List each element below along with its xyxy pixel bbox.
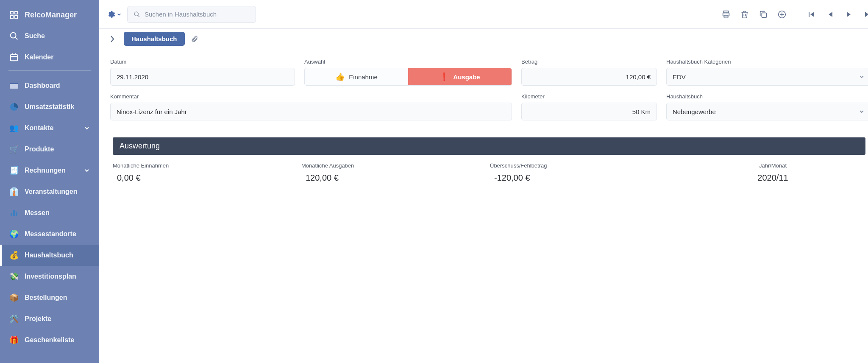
select-haushaltsbuch[interactable]: Nebengewerbe [666, 103, 868, 120]
prev-record-button[interactable] [825, 9, 836, 20]
eval-label: Überschuss/Fehlbetrag [490, 162, 547, 169]
print-button[interactable] [721, 9, 732, 20]
sidebar-item-rechnungen[interactable]: 🧾 Rechnungen [0, 160, 99, 181]
sidebar-item-geschenkeliste[interactable]: 🎁 Geschenkeliste [0, 329, 99, 351]
attachment-button[interactable] [191, 35, 198, 43]
field-betrag: Betrag 120,00 € [521, 59, 657, 86]
dashboard-icon [9, 81, 19, 90]
input-kilometer[interactable]: 50 Km [521, 103, 657, 120]
sidebar-item-label: Dashboard [25, 82, 60, 89]
eval-ueberschuss: Überschuss/Fehlbetrag -120,00 € [490, 162, 679, 183]
sidebar-item-label: Bestellungen [25, 294, 67, 302]
tools-icon: 🛠️ [9, 314, 19, 324]
label-haushaltsbuch: Haushaltsbuch [666, 93, 868, 100]
chevron-down-icon [84, 125, 90, 131]
search-input[interactable] [145, 11, 250, 18]
sidebar-item-veranstaltungen[interactable]: 👔 Veranstaltungen [0, 181, 99, 202]
svg-rect-2 [11, 16, 13, 18]
sidebar-item-dashboard[interactable]: Dashboard [0, 75, 99, 96]
sidebar-item-investitionsplan[interactable]: 💸 Investitionsplan [0, 266, 99, 287]
sidebar-item-label: Messestandorte [25, 230, 76, 238]
events-icon: 👔 [9, 187, 19, 196]
eval-value: 0,00 € [113, 173, 141, 183]
eval-einnahmen: Monatliche Einnahmen 0,00 € [113, 162, 301, 183]
svg-marker-26 [810, 12, 814, 17]
globe-icon: 🌍 [9, 229, 19, 239]
sidebar: ReicoManager Suche Kalender Dashboard [0, 0, 99, 363]
input-kommentar[interactable]: Ninox-Lizenz für ein Jahr [110, 103, 512, 120]
record-navigation [806, 9, 868, 20]
sidebar-item-bestellungen[interactable]: 📦 Bestellungen [0, 287, 99, 308]
label-kilometer: Kilometer [521, 93, 657, 100]
app-brand[interactable]: ReicoManager [0, 4, 99, 25]
sidebar-item-label: Geschenkeliste [25, 336, 74, 344]
sidebar-item-label: Veranstaltungen [25, 188, 77, 195]
sidebar-item-projekte[interactable]: 🛠️ Projekte [0, 308, 99, 329]
chevron-down-icon [859, 109, 864, 114]
chevron-down-icon [117, 12, 121, 17]
sidebar-search[interactable]: Suche [0, 25, 99, 47]
toggle-einnahme[interactable]: 👍 Einnahme [305, 68, 408, 85]
svg-rect-20 [724, 15, 728, 17]
eval-label: Jahr/Monat [759, 162, 787, 169]
invoice-icon: 🧾 [9, 166, 19, 175]
search-input-wrapper[interactable] [127, 6, 256, 23]
svg-rect-6 [11, 55, 18, 61]
value-kommentar: Ninox-Lizenz für ein Jahr [117, 108, 187, 115]
svg-rect-14 [13, 210, 15, 216]
svg-marker-29 [865, 12, 868, 17]
field-haushaltsbuch: Haushaltsbuch Nebengewerbe [666, 93, 868, 120]
input-datum[interactable]: 29.11.2020 [110, 68, 295, 86]
eval-ausgaben: Monatliche Ausgaben 120,00 € [301, 162, 490, 183]
sidebar-item-label: Messen [25, 209, 50, 217]
gift-icon: 🎁 [9, 335, 19, 345]
sidebar-calendar-label: Kalender [25, 53, 53, 61]
input-betrag[interactable]: 120,00 € [521, 68, 657, 86]
value-datum: 29.11.2020 [117, 73, 148, 81]
settings-dropdown[interactable] [107, 10, 121, 19]
delete-button[interactable] [739, 9, 750, 20]
sidebar-item-label: Kontakte [25, 124, 53, 132]
svg-marker-28 [847, 12, 851, 17]
sidebar-item-messestandorte[interactable]: 🌍 Messestandorte [0, 223, 99, 245]
svg-marker-27 [829, 12, 832, 17]
select-kategorie[interactable]: EDV [666, 68, 868, 86]
svg-point-16 [134, 12, 138, 16]
sidebar-item-label: Haushaltsbuch [25, 251, 73, 259]
field-kategorien: Haushaltsbuch Kategorien EDV [666, 59, 868, 86]
last-record-button[interactable] [862, 9, 868, 20]
form-area: Datum 29.11.2020 Auswahl 👍 Einnahme ❗ [99, 49, 868, 183]
svg-rect-0 [11, 11, 13, 14]
value-kategorie: EDV [673, 73, 686, 81]
breadcrumb-current[interactable]: Haushaltsbuch [124, 32, 185, 46]
first-record-button[interactable] [806, 9, 817, 20]
main-content: Haushaltsbuch Datum 29.11.2020 Auswahl [99, 0, 868, 363]
sidebar-item-messen[interactable]: Messen [0, 202, 99, 223]
eval-label: Monatliche Ausgaben [301, 162, 354, 169]
label-kommentar: Kommentar [110, 93, 512, 100]
label-datum: Datum [110, 59, 295, 65]
value-betrag: 120,00 € [626, 73, 651, 81]
eval-value: 120,00 € [301, 173, 339, 183]
contacts-icon: 👥 [9, 123, 19, 133]
sidebar-calendar[interactable]: Kalender [0, 47, 99, 68]
sidebar-item-haushaltsbuch[interactable]: 💰 Haushaltsbuch [0, 245, 99, 266]
evaluation-row: Monatliche Einnahmen 0,00 € Monatliche A… [110, 155, 868, 183]
sidebar-item-umsatzstatistik[interactable]: Umsatzstatistik [0, 96, 99, 117]
thumbs-up-icon: 👍 [335, 73, 345, 81]
svg-rect-15 [16, 212, 17, 216]
svg-rect-1 [15, 11, 17, 14]
duplicate-button[interactable] [758, 9, 769, 20]
svg-line-17 [138, 15, 139, 17]
sidebar-item-label: Produkte [25, 145, 54, 153]
sidebar-item-produkte[interactable]: 🛒 Produkte [0, 139, 99, 160]
label-auswahl: Auswahl [304, 59, 512, 65]
calendar-icon [9, 53, 19, 62]
breadcrumb-back-button[interactable] [107, 34, 118, 45]
sidebar-item-kontakte[interactable]: 👥 Kontakte [0, 117, 99, 139]
money-bag-icon: 💰 [9, 251, 19, 260]
next-record-button[interactable] [843, 9, 854, 20]
eval-value: -120,00 € [490, 173, 530, 183]
toggle-ausgabe[interactable]: ❗ Ausgabe [408, 68, 512, 85]
add-button[interactable] [776, 9, 787, 20]
